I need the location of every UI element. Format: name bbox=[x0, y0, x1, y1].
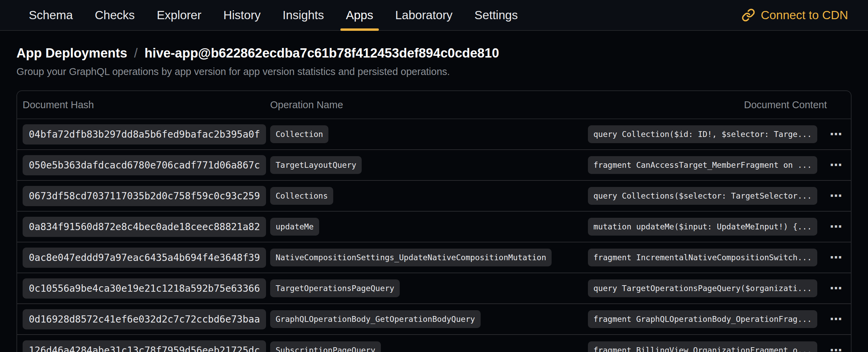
document-hash: 0a834f91560d872e8c4bec0ade18ceec88821a82 bbox=[23, 217, 266, 237]
deployments-table: Document Hash Operation Name Document Co… bbox=[16, 90, 852, 352]
page-subtitle: Group your GraphQL operations by app ver… bbox=[16, 66, 852, 77]
table-row: 126d46a4284abe31c13c78f7959d56eeb21725dc… bbox=[17, 335, 851, 352]
breadcrumb-app-deployments[interactable]: App Deployments bbox=[16, 46, 127, 61]
breadcrumb-app-version: hive-app@b622862ecdba7c61b78f412453def89… bbox=[145, 46, 499, 61]
operation-name: Collection bbox=[270, 125, 328, 143]
document-hash: 0d16928d8572c41ef6e032d2c7c72ccbd6e73baa bbox=[23, 309, 266, 329]
breadcrumb: App Deployments / hive-app@b622862ecdba7… bbox=[16, 46, 852, 61]
document-hash: 126d46a4284abe31c13c78f7959d56eeb21725dc bbox=[23, 340, 266, 352]
document-content: fragment GraphQLOperationBody_OperationF… bbox=[588, 310, 817, 328]
breadcrumb-separator: / bbox=[134, 46, 138, 61]
document-content: query Collection($id: ID!, $selector: Ta… bbox=[588, 125, 817, 143]
table-header-row: Document Hash Operation Name Document Co… bbox=[17, 91, 851, 119]
document-hash: 0673df58cd7037117035b2d0c758f59c0c93c259 bbox=[23, 186, 266, 206]
link-icon bbox=[742, 8, 755, 22]
table-row: 0d16928d8572c41ef6e032d2c7c72ccbd6e73baa… bbox=[17, 304, 851, 335]
tab-settings[interactable]: Settings bbox=[466, 0, 527, 30]
document-content: query TargetOperationsPageQuery($organiz… bbox=[588, 279, 817, 297]
document-content: mutation updateMe($input: UpdateMeInput!… bbox=[588, 218, 817, 236]
operation-name: updateMe bbox=[270, 218, 319, 236]
tab-explorer[interactable]: Explorer bbox=[148, 0, 210, 30]
table-row: 0c10556a9be4ca30e19e21c1218a592b75e63366… bbox=[17, 273, 851, 304]
tab-history[interactable]: History bbox=[214, 0, 269, 30]
row-menu-button[interactable]: ⋯ bbox=[827, 190, 846, 202]
row-menu-button[interactable]: ⋯ bbox=[827, 282, 846, 294]
operation-name: Collections bbox=[270, 187, 333, 205]
top-nav: Schema Checks Explorer History Insights … bbox=[0, 0, 868, 31]
table-row: 0a834f91560d872e8c4bec0ade18ceec88821a82… bbox=[17, 212, 851, 242]
table-row: 0673df58cd7037117035b2d0c758f59c0c93c259… bbox=[17, 181, 851, 212]
document-content: fragment IncrementalNativeCompositionSwi… bbox=[588, 249, 817, 266]
operation-name: NativeCompositionSettings_UpdateNativeCo… bbox=[270, 249, 552, 266]
row-menu-button[interactable]: ⋯ bbox=[827, 128, 846, 140]
document-hash: 050e5b363dafdcacd6780e706cadf771d06a867c bbox=[23, 155, 266, 175]
tab-schema[interactable]: Schema bbox=[20, 0, 82, 30]
nav-tabs: Schema Checks Explorer History Insights … bbox=[20, 0, 531, 30]
document-hash: 04bfa72dfb83b297dd8a5b6fed9bafac2b395a0f bbox=[23, 124, 266, 144]
operation-name: TargetOperationsPageQuery bbox=[270, 279, 400, 297]
row-menu-button[interactable]: ⋯ bbox=[827, 251, 846, 264]
operation-name: SubscriptionPageQuery bbox=[270, 341, 381, 352]
table-row: 050e5b363dafdcacd6780e706cadf771d06a867c… bbox=[17, 150, 851, 181]
table-row: 0ac8e047eddd97a97eac6435a4b694f4e3648f39… bbox=[17, 242, 851, 273]
connect-to-cdn-label: Connect to CDN bbox=[761, 8, 848, 22]
row-menu-button[interactable]: ⋯ bbox=[827, 159, 846, 171]
document-content: query Collections($selector: TargetSelec… bbox=[588, 187, 817, 205]
tab-insights[interactable]: Insights bbox=[274, 0, 333, 30]
table-row: 04bfa72dfb83b297dd8a5b6fed9bafac2b395a0f… bbox=[17, 119, 851, 150]
document-content: fragment CanAccessTarget_MemberFragment … bbox=[588, 156, 817, 174]
column-header-document-content: Document Content bbox=[744, 99, 846, 111]
operation-name: GraphQLOperationBody_GetOperationBodyQue… bbox=[270, 310, 481, 328]
connect-to-cdn-button[interactable]: Connect to CDN bbox=[742, 0, 848, 30]
row-menu-button[interactable]: ⋯ bbox=[827, 344, 846, 352]
operation-name: TargetLayoutQuery bbox=[270, 156, 362, 174]
document-hash: 0c10556a9be4ca30e19e21c1218a592b75e63366 bbox=[23, 278, 266, 299]
row-menu-button[interactable]: ⋯ bbox=[827, 221, 846, 233]
document-content: fragment BillingView_OrganizationFragmen… bbox=[588, 341, 817, 352]
row-menu-button[interactable]: ⋯ bbox=[827, 313, 846, 325]
column-header-document-hash: Document Hash bbox=[23, 99, 270, 111]
tab-laboratory[interactable]: Laboratory bbox=[386, 0, 461, 30]
column-header-operation-name: Operation Name bbox=[270, 99, 744, 111]
document-hash: 0ac8e047eddd97a97eac6435a4b694f4e3648f39 bbox=[23, 248, 266, 268]
page-header: App Deployments / hive-app@b622862ecdba7… bbox=[0, 31, 868, 77]
tab-apps[interactable]: Apps bbox=[337, 0, 382, 30]
tab-checks[interactable]: Checks bbox=[86, 0, 144, 30]
